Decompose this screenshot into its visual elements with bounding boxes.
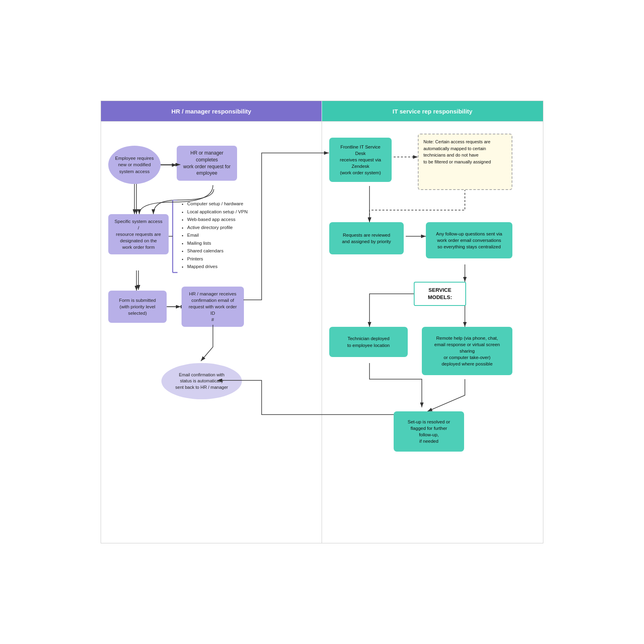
right-box1-text: Frontline IT Service Desk receives reque…: [335, 144, 386, 176]
left-box4: Form is submitted (with priority level s…: [108, 291, 167, 323]
right-box6-text: Set-up is resolved or flagged for furthe…: [408, 419, 450, 444]
list-item-7: Shared calendars: [187, 247, 277, 255]
right-box3: Any follow-up questions sent via work or…: [426, 222, 512, 258]
header-left-title: HR / manager responsibility: [171, 108, 251, 115]
diagram-wrapper: HR / manager responsibility IT service r…: [101, 101, 543, 543]
right-service-models: SERVICE MODELS:: [414, 282, 466, 306]
left-box2-text: HR or manager completes work order reque…: [182, 150, 231, 177]
diagram-body: Employee requires new or modified system…: [101, 121, 543, 543]
list-item-6: Mailing lists: [187, 239, 277, 248]
list-item-2: Local application setup / VPN: [187, 208, 277, 216]
right-box5-text: Remote help (via phone, chat, email resp…: [427, 335, 507, 367]
left-list: Computer setup / hardware Local applicat…: [180, 200, 277, 271]
header-right: IT service rep responsibility: [322, 101, 543, 121]
right-box6: Set-up is resolved or flagged for furthe…: [394, 411, 464, 452]
left-box5-text: HR / manager receives confirmation email…: [187, 291, 238, 323]
left-arrows2: [101, 122, 322, 543]
left-box6-text: Email confirmation with status is automa…: [175, 372, 228, 390]
list-item-5: Email: [187, 231, 277, 239]
list-item-3: Web-based app access: [187, 216, 277, 224]
access-list: Computer setup / hardware Local applicat…: [180, 200, 277, 271]
left-box5: HR / manager receives confirmation email…: [182, 287, 244, 327]
list-item-4: Active directory profile: [187, 224, 277, 232]
service-models-text: SERVICE MODELS:: [420, 287, 460, 301]
right-box-note-text: Note: Certain access requests are automa…: [423, 139, 491, 164]
header-right-title: IT service rep responsibility: [392, 108, 472, 115]
right-box2: Requests are reviewed and assigned by pr…: [329, 222, 404, 254]
diagram-header: HR / manager responsibility IT service r…: [101, 101, 543, 121]
left-box4-text: Form is submitted (with priority level s…: [119, 297, 156, 316]
left-box1-text: Employee requires new or modified system…: [115, 155, 154, 174]
left-box3-text: Specific system access / resource reques…: [114, 218, 163, 250]
left-column: Employee requires new or modified system…: [101, 122, 322, 543]
right-box4: Technician deployed to employee location: [329, 327, 408, 357]
list-item-8: Printers: [187, 255, 277, 263]
list-item-9: Mapped drives: [187, 263, 277, 271]
right-box2-text: Requests are reviewed and assigned by pr…: [342, 232, 391, 245]
right-box3-text: Any follow-up questions sent via work or…: [436, 231, 502, 250]
left-arrows: [101, 122, 322, 543]
left-box1: Employee requires new or modified system…: [108, 146, 161, 184]
list-item-1: Computer setup / hardware: [187, 200, 277, 208]
left-box6: Email confirmation with status is automa…: [161, 363, 242, 399]
header-left: HR / manager responsibility: [101, 101, 322, 121]
left-box2: HR or manager completes work order reque…: [177, 146, 237, 181]
right-box5: Remote help (via phone, chat, email resp…: [422, 327, 512, 375]
right-box4-text: Technician deployed to employee location: [347, 335, 390, 348]
right-box-note: Note: Certain access requests are automa…: [418, 134, 512, 190]
left-box3: Specific system access / resource reques…: [108, 214, 169, 254]
right-box1: Frontline IT Service Desk receives reque…: [329, 138, 392, 182]
right-column: Frontline IT Service Desk receives reque…: [322, 122, 543, 543]
